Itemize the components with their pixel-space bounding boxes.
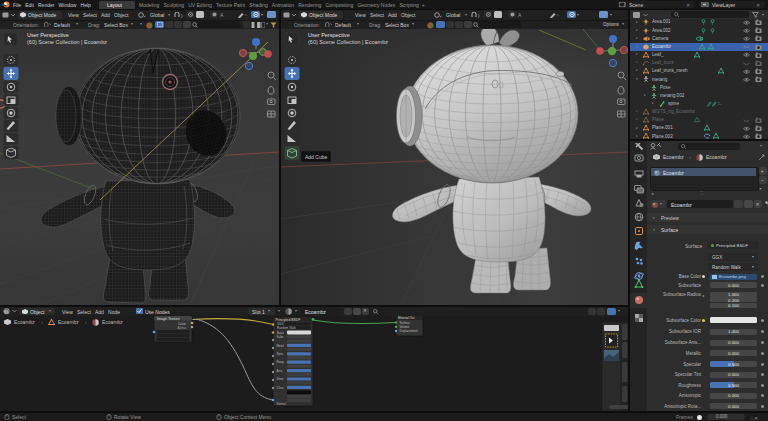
svg-text:(60) Scene Collection | Ecoamb: (60) Scene Collection | Ecoambz (308, 39, 388, 45)
svg-text:Anis: Anis (277, 369, 283, 373)
svg-text:(60) Scene Collection | Ecoamb: (60) Scene Collection | Ecoambz (27, 39, 107, 45)
svg-text:Normal: Normal (277, 402, 287, 406)
svg-text:User Perspective: User Perspective (27, 32, 69, 38)
svg-text:Image Texture: Image Texture (157, 317, 180, 321)
svg-text:Add Cube: Add Cube (305, 154, 327, 160)
svg-text:Spec: Spec (277, 352, 284, 356)
svg-text:Displacement: Displacement (400, 329, 418, 333)
svg-text:Roug: Roug (277, 360, 285, 364)
svg-text:Shee: Shee (277, 377, 284, 381)
svg-text:Clear: Clear (277, 386, 284, 390)
svg-text:Principled BSDF: Principled BSDF (276, 318, 301, 322)
svg-text:User Perspective: User Perspective (308, 32, 350, 38)
svg-text:Random Walk: Random Walk (277, 326, 296, 330)
svg-text:Material Out: Material Out (398, 316, 415, 320)
svg-text:Subs: Subs (277, 335, 284, 339)
svg-text:Metal: Metal (277, 344, 285, 348)
svg-text:Alpha: Alpha (177, 326, 186, 330)
svg-text:Base: Base (277, 331, 284, 335)
